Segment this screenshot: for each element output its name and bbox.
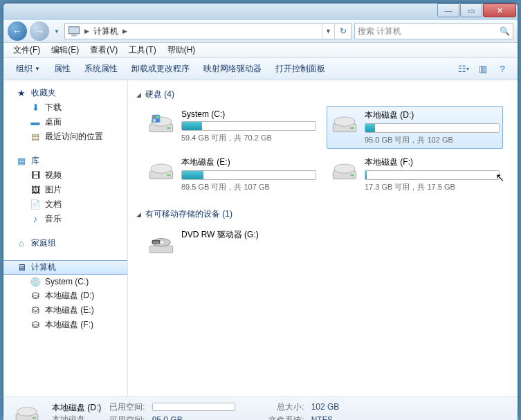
group-header-removable[interactable]: ◢ 有可移动存储的设备 (1) — [136, 206, 509, 226]
content-pane: ◢ 硬盘 (4) System (C:)59.4 GB 可用，共 70.2 GB… — [128, 80, 518, 396]
details-pane: 本地磁盘 (D:) 本地磁盘 已用空间: 总大小: 102 GB 可用空间: 9… — [3, 396, 518, 420]
map-drive-button[interactable]: 映射网络驱动器 — [196, 60, 268, 77]
svg-rect-8 — [153, 119, 155, 121]
drive-name: 本地磁盘 (D:) — [365, 109, 500, 121]
drive-icon: ⛁ — [30, 291, 41, 302]
sidebar-libraries-head[interactable]: ▦库 — [3, 154, 127, 168]
maximize-button[interactable]: ▭ — [460, 3, 482, 17]
breadcrumb-segment[interactable]: 计算机 — [91, 26, 121, 37]
menu-help[interactable]: 帮助(H) — [162, 43, 201, 57]
svg-rect-26 — [33, 417, 36, 418]
sidebar-item-drive-c[interactable]: 💿System (C:) — [3, 275, 127, 289]
svg-rect-7 — [156, 116, 158, 118]
refresh-button[interactable]: ↻ — [334, 24, 351, 39]
sidebar-computer-head[interactable]: 🖥计算机 — [3, 260, 127, 275]
hdd-icon — [147, 109, 176, 138]
svg-rect-6 — [153, 116, 155, 118]
svg-point-11 — [334, 117, 355, 126]
svg-rect-12 — [350, 127, 354, 129]
drive-item[interactable]: 本地磁盘 (F:)17.3 GB 可用，共 17.5 GB — [327, 153, 503, 196]
picture-icon: 🖼 — [30, 185, 41, 196]
breadcrumb[interactable]: ▶ 计算机 ▶ ▼ ↻ — [64, 23, 351, 39]
close-button[interactable]: ✕ — [483, 3, 516, 17]
hdd-icon — [330, 109, 359, 138]
nav-history-dropdown[interactable]: ▼ — [52, 24, 62, 38]
hdd-icon — [147, 156, 176, 185]
sidebar-favorites-head[interactable]: ★收藏夹 — [3, 86, 127, 100]
svg-point-25 — [17, 407, 37, 416]
help-button[interactable]: ? — [494, 62, 511, 77]
sidebar-item-drive-f[interactable]: ⛁本地磁盘 (F:) — [3, 318, 127, 332]
sidebar: ★收藏夹 ⬇下载 ▬桌面 ▤最近访问的位置 ▦库 🎞视频 🖼图片 📄文档 ♪音乐… — [3, 80, 128, 396]
svg-rect-15 — [167, 174, 170, 176]
details-fs-label: 文件系统: — [249, 414, 304, 421]
menu-tools[interactable]: 工具(T) — [123, 43, 161, 57]
svg-rect-19 — [149, 246, 172, 253]
sidebar-item-recent[interactable]: ▤最近访问的位置 — [3, 129, 127, 144]
forward-button[interactable]: → — [30, 21, 49, 41]
chevron-right-icon[interactable]: ▶ — [121, 28, 129, 35]
search-placeholder: 搜索 计算机 — [358, 26, 500, 37]
chevron-right-icon[interactable]: ▶ — [83, 28, 91, 35]
nav-row: ← → ▼ ▶ 计算机 ▶ ▼ ↻ 搜索 计算机 🔍 — [3, 20, 518, 43]
explorer-window: — ▭ ✕ ← → ▼ ▶ 计算机 ▶ ▼ ↻ 搜索 计算机 🔍 文件(F) 编… — [3, 3, 518, 417]
details-used-label: 已用空间: — [109, 401, 145, 413]
back-button[interactable]: ← — [8, 21, 27, 41]
sidebar-homegroup-head[interactable]: ⌂家庭组 — [3, 236, 127, 250]
menu-view[interactable]: 查看(V) — [84, 43, 123, 57]
drive-name: 本地磁盘 (F:) — [365, 156, 500, 168]
svg-rect-1 — [71, 35, 77, 37]
uninstall-button[interactable]: 卸载或更改程序 — [125, 60, 196, 77]
svg-rect-0 — [69, 27, 80, 34]
toolbar: 组织▼ 属性 系统属性 卸载或更改程序 映射网络驱动器 打开控制面板 ☷▾ ▥ … — [3, 58, 518, 80]
collapse-icon[interactable]: ◢ — [136, 91, 141, 98]
drive-free-text: 17.3 GB 可用，共 17.5 GB — [365, 182, 500, 192]
svg-text:DVD: DVD — [153, 241, 159, 244]
preview-pane-button[interactable]: ▥ — [475, 62, 491, 77]
menu-file[interactable]: 文件(F) — [8, 43, 46, 57]
sidebar-item-music[interactable]: ♪音乐 — [3, 212, 127, 226]
sidebar-item-videos[interactable]: 🎞视频 — [3, 168, 127, 183]
menubar: 文件(F) 编辑(E) 查看(V) 工具(T) 帮助(H) — [3, 43, 518, 58]
system-properties-button[interactable]: 系统属性 — [77, 60, 125, 77]
organize-button[interactable]: 组织▼ — [9, 60, 47, 77]
drive-item[interactable]: System (C:)59.4 GB 可用，共 70.2 GB — [143, 106, 320, 149]
svg-rect-9 — [156, 119, 158, 121]
collapse-icon[interactable]: ◢ — [136, 211, 141, 218]
details-total-label: 总大小: — [249, 401, 304, 413]
sidebar-item-documents[interactable]: 📄文档 — [3, 197, 127, 212]
details-free-value: 95.0 GB — [152, 415, 235, 420]
svg-point-14 — [151, 164, 172, 173]
drive-usage-bar — [365, 123, 500, 133]
breadcrumb-dropdown[interactable]: ▼ — [322, 24, 334, 39]
sidebar-item-desktop[interactable]: ▬桌面 — [3, 115, 127, 129]
star-icon: ★ — [16, 88, 27, 99]
sidebar-item-drive-e[interactable]: ⛁本地磁盘 (E:) — [3, 303, 127, 318]
group-header-hdd[interactable]: ◢ 硬盘 (4) — [136, 86, 509, 106]
minimize-button[interactable]: — — [437, 3, 459, 17]
menu-edit[interactable]: 编辑(E) — [46, 43, 84, 57]
computer-icon — [67, 24, 81, 38]
titlebar[interactable]: — ▭ ✕ — [3, 3, 518, 20]
drive-dvd[interactable]: DVD DVD RW 驱动器 (G:) — [143, 226, 320, 262]
drive-free-text: 59.4 GB 可用，共 70.2 GB — [181, 133, 316, 143]
sidebar-item-downloads[interactable]: ⬇下载 — [3, 100, 127, 115]
drive-icon: ⛁ — [30, 320, 41, 331]
details-title: 本地磁盘 (D:) — [52, 402, 101, 414]
desktop-icon: ▬ — [30, 117, 41, 128]
library-icon: ▦ — [16, 156, 27, 167]
details-used-bar — [152, 403, 235, 411]
recent-icon: ▤ — [30, 131, 41, 143]
drive-free-text: 95.0 GB 可用，共 102 GB — [365, 135, 500, 145]
sidebar-item-pictures[interactable]: 🖼图片 — [3, 183, 127, 197]
hdd-icon — [330, 156, 359, 185]
drive-item[interactable]: 本地磁盘 (D:)95.0 GB 可用，共 102 GB — [327, 106, 503, 149]
drive-icon: 💿 — [30, 276, 41, 287]
sidebar-item-drive-d[interactable]: ⛁本地磁盘 (D:) — [3, 289, 127, 303]
control-panel-button[interactable]: 打开控制面板 — [268, 60, 332, 77]
drive-usage-bar — [181, 121, 316, 131]
search-input[interactable]: 搜索 计算机 🔍 — [354, 23, 513, 39]
properties-button[interactable]: 属性 — [47, 60, 77, 77]
drive-item[interactable]: 本地磁盘 (E:)89.5 GB 可用，共 107 GB — [143, 153, 320, 196]
view-mode-button[interactable]: ☷▾ — [455, 62, 472, 77]
